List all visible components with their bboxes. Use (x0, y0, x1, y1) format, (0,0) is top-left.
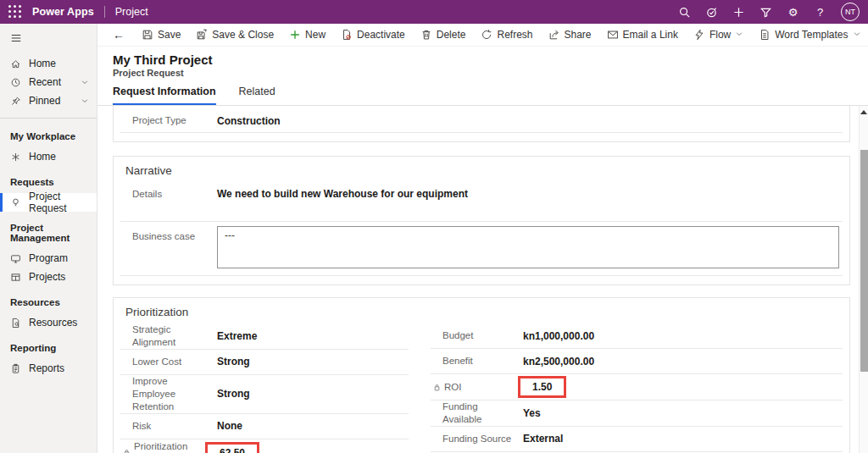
new-button[interactable]: New (281, 24, 333, 46)
chevron-down-icon (853, 29, 861, 41)
refresh-button[interactable]: Refresh (473, 24, 540, 46)
save-icon (142, 29, 153, 41)
save-close-icon (196, 29, 208, 41)
add-icon[interactable] (732, 6, 745, 19)
back-button[interactable]: ← (103, 28, 134, 41)
share-button[interactable]: Share (541, 24, 599, 46)
sidebar-item-label: Project Request (29, 191, 97, 214)
field-value[interactable]: Strong (217, 356, 250, 367)
command-bar: ← Save Save & Close New Deactivate (97, 24, 868, 47)
sidebar-item-label: Pinned (29, 95, 60, 107)
sidebar-item-label: Program (29, 252, 68, 264)
chevron-down-icon[interactable] (81, 97, 89, 105)
field-budget[interactable]: Budget kn1,000,000.00 (431, 323, 843, 349)
topbar-left: Power Apps Project (8, 5, 148, 19)
tab-related[interactable]: Related (239, 86, 275, 105)
sidebar-item-label: Recent (29, 76, 61, 88)
help-icon[interactable]: ? (814, 6, 826, 19)
topbar-right: ⚙ ? NT (678, 3, 860, 21)
delete-button[interactable]: Delete (413, 24, 474, 46)
field-benefit[interactable]: Benefit kn2,500,000.00 (431, 349, 843, 374)
word-template-icon (759, 29, 771, 41)
highlighted-value[interactable]: 1.50 (518, 376, 566, 398)
page-title: My Third Project (113, 52, 868, 67)
field-label: Benefit (442, 355, 523, 367)
field-risk[interactable]: Risk None (120, 414, 409, 439)
app-context[interactable]: Project (115, 6, 148, 18)
save-and-close-button[interactable]: Save & Close (188, 24, 281, 46)
sidebar-item-pinned[interactable]: Pinned (0, 91, 97, 110)
grid-icon (10, 272, 21, 283)
sidebar-item-resources[interactable]: Resources (0, 313, 97, 332)
email-link-button[interactable]: Email a Link (599, 24, 686, 46)
field-details[interactable]: Details We need to build new Warehouse f… (120, 182, 843, 222)
scrollbar-thumb[interactable] (860, 150, 868, 372)
sitemap-sidebar: Home Recent Pinned My Workplace Home Req… (0, 24, 97, 453)
sidebar-item-label: Home (29, 58, 56, 69)
checker-icon[interactable] (705, 6, 718, 19)
lock-icon (122, 448, 134, 453)
search-icon[interactable] (678, 6, 691, 19)
field-project-type[interactable]: Project Type Construction (120, 109, 843, 133)
section-title-narrative: Narrative (120, 163, 843, 182)
field-lower-cost[interactable]: Lower Cost Strong (120, 350, 409, 375)
sidebar-item-reports[interactable]: Reports (0, 359, 97, 378)
field-business-case[interactable]: Business case --- (120, 222, 843, 276)
sidebar-item-project-request[interactable]: Project Request (0, 193, 97, 212)
waffle-icon[interactable] (8, 5, 22, 19)
field-funding-source[interactable]: Funding Source External (431, 427, 843, 452)
avatar[interactable]: NT (841, 3, 860, 21)
field-value[interactable]: kn2,500,000.00 (523, 356, 594, 367)
sidebar-item-recent[interactable]: Recent (0, 73, 97, 91)
field-label: Strategic Alignment (132, 323, 217, 349)
field-value[interactable]: We need to build new Warehouse for our e… (217, 188, 468, 200)
chevron-down-icon (735, 29, 743, 41)
prioritization-left-column: Strategic Alignment Extreme Lower Cost S… (120, 323, 409, 453)
field-value[interactable]: External (523, 433, 563, 445)
deactivate-button[interactable]: Deactivate (333, 24, 413, 46)
field-label: Improve Employee Retention (132, 375, 217, 413)
field-value[interactable]: Extreme (217, 330, 257, 342)
sidebar-group-project-management: Project Management (0, 212, 97, 249)
field-label: ROI (444, 381, 530, 394)
app-name: Power Apps (32, 6, 94, 18)
vertical-scrollbar[interactable] (859, 106, 868, 453)
field-label: Details (132, 188, 217, 201)
scrollbar-up-arrow-icon[interactable] (860, 110, 867, 114)
flow-button[interactable]: Flow (686, 24, 751, 46)
tab-request-information[interactable]: Request Information (113, 86, 216, 105)
field-roi[interactable]: ROI 1.50 (431, 374, 843, 401)
sidebar-item-label: Projects (29, 271, 65, 283)
hamburger-icon[interactable] (0, 30, 97, 54)
trash-icon (420, 29, 432, 41)
settings-icon[interactable]: ⚙ (787, 6, 799, 19)
sidebar-item-workplace-home[interactable]: Home (0, 147, 97, 166)
form-tabs: Request Information Related (97, 78, 868, 106)
field-value[interactable]: Yes (523, 407, 541, 419)
section-title-prioritization: Prioritization (120, 304, 843, 323)
field-funding-available[interactable]: Funding Available Yes (431, 401, 843, 427)
power-apps-window: Power Apps Project ⚙ ? NT (0, 0, 868, 453)
filter-icon[interactable] (760, 6, 772, 19)
sidebar-divider (0, 118, 97, 119)
field-value[interactable]: None (217, 420, 242, 432)
pin-icon (10, 96, 21, 107)
field-improve-employee-retention[interactable]: Improve Employee Retention Strong (120, 375, 409, 414)
field-value[interactable]: Construction (217, 115, 281, 127)
field-value[interactable]: Strong (217, 388, 250, 400)
field-prioritization-score[interactable]: Prioritization Score 62.50 (120, 439, 409, 453)
share-icon (548, 29, 560, 41)
word-templates-button[interactable]: Word Templates (751, 24, 868, 46)
business-case-textbox[interactable]: --- (217, 226, 839, 268)
chevron-down-icon[interactable] (81, 78, 89, 86)
field-label: Funding Available (442, 401, 523, 426)
sidebar-item-program[interactable]: Program (0, 249, 97, 268)
sidebar-item-home[interactable]: Home (0, 54, 97, 73)
refresh-icon (481, 29, 492, 41)
field-strategic-alignment[interactable]: Strategic Alignment Extreme (120, 323, 409, 350)
field-label: Funding Source (442, 433, 523, 445)
field-value[interactable]: kn1,000,000.00 (523, 330, 594, 342)
sidebar-item-projects[interactable]: Projects (0, 268, 97, 286)
save-button[interactable]: Save (134, 24, 188, 46)
highlighted-value[interactable]: 62.50 (205, 442, 259, 453)
